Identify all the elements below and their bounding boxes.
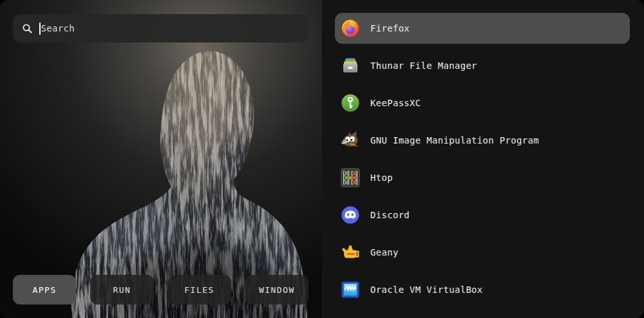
app-label: Thunar File Manager <box>370 61 477 71</box>
tab-label: WINDOW <box>259 285 295 295</box>
left-panel: APPS RUN FILES WINDOW <box>0 0 322 318</box>
discord-icon <box>340 205 361 225</box>
htop-icon <box>340 167 361 188</box>
keepassxc-icon <box>340 93 361 113</box>
app-label: GNU Image Manipulation Program <box>370 135 539 145</box>
app-item-firefox[interactable]: Firefox <box>335 13 630 44</box>
gimp-icon <box>340 130 361 151</box>
tab-run[interactable]: RUN <box>90 275 153 304</box>
mode-tabs: APPS RUN FILES WINDOW <box>13 275 308 304</box>
app-label: Oracle VM VirtualBox <box>370 285 483 295</box>
app-label: KeePassXC <box>370 98 421 108</box>
search-icon <box>22 23 33 34</box>
search-input[interactable] <box>41 23 300 33</box>
app-label: Discord <box>370 210 410 220</box>
app-item-gimp[interactable]: GNU Image Manipulation Program <box>335 125 630 156</box>
app-item-virtualbox[interactable]: Oracle VM VirtualBox <box>335 274 630 305</box>
launcher-window: APPS RUN FILES WINDOW Firefox Thunar Fil… <box>0 0 644 318</box>
tab-label: RUN <box>113 285 131 295</box>
firefox-icon <box>340 18 361 39</box>
app-label: Htop <box>370 173 393 183</box>
search-bar[interactable] <box>13 14 308 42</box>
tab-label: APPS <box>32 285 56 295</box>
virtualbox-icon <box>340 279 361 300</box>
geany-icon <box>340 242 361 263</box>
tab-label: FILES <box>184 285 214 295</box>
app-list: Firefox Thunar File Manager KeePassXC GN… <box>322 0 644 318</box>
app-label: Geany <box>370 247 399 257</box>
tab-apps[interactable]: APPS <box>13 275 76 304</box>
app-item-keepassxc[interactable]: KeePassXC <box>335 88 630 118</box>
app-item-thunar[interactable]: Thunar File Manager <box>335 50 630 81</box>
background-artwork <box>0 0 322 318</box>
tab-window[interactable]: WINDOW <box>245 275 308 304</box>
app-item-geany[interactable]: Geany <box>335 237 630 268</box>
app-label: Firefox <box>370 23 410 33</box>
tab-files[interactable]: FILES <box>168 275 231 304</box>
app-item-discord[interactable]: Discord <box>335 200 630 230</box>
app-item-htop[interactable]: Htop <box>335 162 630 193</box>
thunar-icon <box>340 55 361 76</box>
